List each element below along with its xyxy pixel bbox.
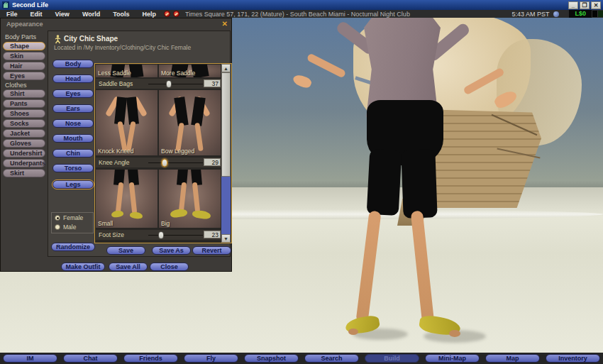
save-all-button[interactable]: Save All <box>109 263 148 271</box>
sidebar-item-underpants[interactable]: Underpants <box>3 159 45 167</box>
radio-male[interactable]: Male <box>52 222 93 231</box>
randomize-button[interactable]: Randomize <box>51 243 95 251</box>
network-indicator2 <box>597 11 603 17</box>
save-as-button[interactable]: Save As <box>152 246 191 255</box>
body-parts-label: Body Parts <box>5 33 36 40</box>
window-titlebar[interactable]: Second Life _ ❐ ✕ <box>0 0 603 10</box>
thumbnail-knock-kneed[interactable]: Knock Kneed <box>96 90 157 155</box>
scroll-down-icon[interactable]: ▼ <box>221 234 231 243</box>
second-life-client: Second Life _ ❐ ✕ File Edit View World T… <box>0 0 603 364</box>
sidebar-item-shirt[interactable]: Shirt <box>3 89 45 98</box>
avatar[interactable] <box>287 18 536 353</box>
foot-size-slider-thumb[interactable] <box>158 231 164 239</box>
tab-head[interactable]: Head <box>52 75 94 83</box>
sidebar-item-pants[interactable]: Pants <box>3 99 45 108</box>
saddle-bags-slider-track[interactable] <box>148 84 203 84</box>
thumbnail-less-saddle[interactable]: Less Saddle <box>96 65 157 77</box>
slider-label: Saddle Bags <box>99 80 133 87</box>
knee-angle-slider-track[interactable] <box>148 162 203 163</box>
appearance-close-icon[interactable]: ✕ <box>222 20 228 28</box>
preview-scrollbar[interactable]: ▲ ▼ <box>221 64 231 243</box>
no-fly-icon <box>173 11 179 17</box>
appearance-window-title: Appearance <box>6 21 43 28</box>
bottom-toolbar: IM Chat Friends Fly Snapshot Search Buil… <box>0 353 603 364</box>
foot-size-slider-row: Foot Size 23 <box>96 230 223 240</box>
thumbnail-more-saddle[interactable]: More Saddle <box>159 65 221 77</box>
map-button[interactable]: Map <box>485 354 540 363</box>
minimize-icon[interactable]: _ <box>568 1 578 9</box>
sidebar-item-hair[interactable]: Hair <box>3 62 45 70</box>
close-icon[interactable]: ✕ <box>591 1 601 9</box>
sidebar-item-undershirt[interactable]: Undershirt <box>3 149 45 158</box>
saddle-thumb-row: Less Saddle More Saddle <box>96 65 223 77</box>
tab-ears[interactable]: Ears <box>52 104 94 113</box>
parcel-location-text[interactable]: Times Square 57, 171, 22 (Mature) - Sout… <box>185 11 410 18</box>
globe-icon <box>553 11 559 17</box>
menu-file[interactable]: File <box>0 11 24 18</box>
menu-edit[interactable]: Edit <box>24 11 49 18</box>
sidebar-item-skirt[interactable]: Skirt <box>3 169 45 177</box>
sidebar-item-shoes[interactable]: Shoes <box>3 109 45 118</box>
sidebar-item-gloves[interactable]: Gloves <box>3 139 45 148</box>
menu-help[interactable]: Help <box>136 11 163 18</box>
appearance-window[interactable]: Appearance ✕ Body Parts Shape Skin Hair … <box>0 18 232 272</box>
saddle-bags-value[interactable]: 37 <box>204 79 221 87</box>
slider-label: Knee Angle <box>99 159 129 166</box>
friends-button[interactable]: Friends <box>123 354 178 363</box>
slider-preview-panel: Less Saddle More Saddle Saddle Bags 37 <box>94 63 232 243</box>
close-button[interactable]: Close <box>150 263 189 271</box>
avatar-right-shin <box>411 211 435 325</box>
tab-eyes[interactable]: Eyes <box>52 89 94 98</box>
search-button[interactable]: Search <box>304 354 359 363</box>
inventory-button[interactable]: Inventory <box>546 354 600 363</box>
money-balance[interactable]: L$0 <box>569 10 592 18</box>
shape-editor-panel: City Chic Shape Located in /My Inventory… <box>48 31 231 257</box>
menu-world[interactable]: World <box>76 11 106 18</box>
sidebar-item-skin[interactable]: Skin <box>3 52 45 60</box>
saddle-bags-slider-row: Saddle Bags 37 <box>96 79 223 89</box>
save-button[interactable]: Save <box>106 246 145 255</box>
menu-bar: File Edit View World Tools Help Times Sq… <box>0 10 603 18</box>
saddle-bags-slider-thumb[interactable] <box>166 80 172 88</box>
fly-button[interactable]: Fly <box>184 354 238 363</box>
maximize-icon[interactable]: ❐ <box>580 1 590 9</box>
sidebar-item-eyes[interactable]: Eyes <box>3 72 45 80</box>
knee-angle-value[interactable]: 29 <box>204 158 221 166</box>
sidebar-item-jacket[interactable]: Jacket <box>3 129 45 138</box>
radio-female[interactable]: Female <box>52 213 93 222</box>
window-title: Second Life <box>12 1 567 9</box>
foot-size-slider-track[interactable] <box>148 235 203 236</box>
knee-angle-slider-row: Knee Angle 29 <box>96 158 223 167</box>
revert-button[interactable]: Revert <box>192 246 231 255</box>
tab-legs[interactable]: Legs <box>52 180 94 189</box>
make-outfit-button[interactable]: Make Outfit <box>61 263 105 271</box>
thumbnail-big-foot[interactable]: Big <box>159 170 221 228</box>
tab-body[interactable]: Body <box>52 60 94 68</box>
menu-view[interactable]: View <box>49 11 76 18</box>
sidebar-item-shape[interactable]: Shape <box>3 42 45 50</box>
tab-nose[interactable]: Nose <box>52 119 94 128</box>
chat-button[interactable]: Chat <box>63 354 118 363</box>
snapshot-button[interactable]: Snapshot <box>244 354 299 363</box>
avatar-right-forearm <box>463 67 505 96</box>
tab-torso[interactable]: Torso <box>52 164 94 172</box>
tab-chin[interactable]: Chin <box>52 149 94 158</box>
second-life-hand-logo-icon <box>2 1 9 9</box>
im-button[interactable]: IM <box>3 354 57 363</box>
mini-map-button[interactable]: Mini-Map <box>425 354 480 363</box>
avatar-pants-left-leg <box>367 149 402 216</box>
clock-text: 5:43 AM PST <box>511 11 549 18</box>
male-radio-icon <box>55 224 60 230</box>
status-right: 5:43 AM PST L$0 <box>511 10 603 18</box>
sidebar-item-socks[interactable]: Socks <box>3 119 45 128</box>
scrollbar-thumb[interactable] <box>221 72 231 177</box>
scroll-up-icon[interactable]: ▲ <box>221 64 231 72</box>
menu-tools[interactable]: Tools <box>106 11 135 18</box>
foot-thumb-row: Small Big <box>96 170 223 228</box>
thumbnail-small-foot[interactable]: Small <box>96 170 157 228</box>
foot-size-value[interactable]: 23 <box>204 231 221 238</box>
thumbnail-bow-legged[interactable]: Bow Legged <box>159 90 221 155</box>
knee-angle-slider-thumb[interactable] <box>162 159 167 167</box>
avatar-right-hand <box>493 89 519 111</box>
tab-mouth[interactable]: Mouth <box>52 134 94 143</box>
